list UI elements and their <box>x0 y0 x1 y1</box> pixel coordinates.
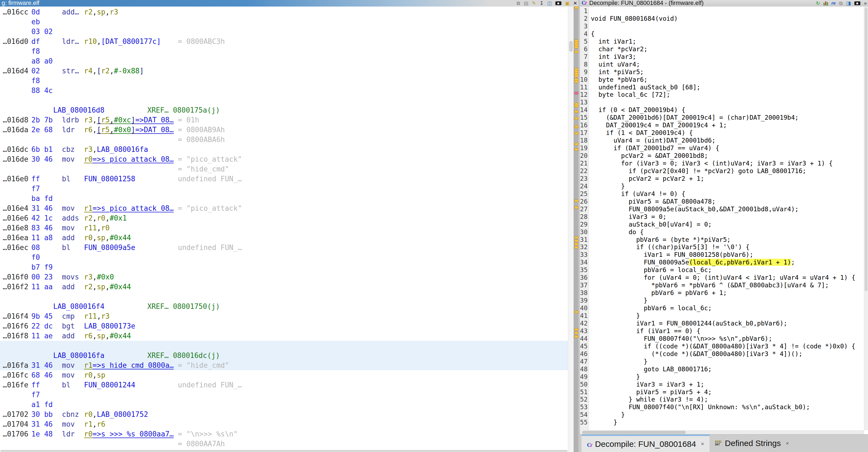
scrollbar-thumb[interactable] <box>865 8 867 291</box>
decompile-line[interactable]: 46 (*(code *)(&DAT_0800a480)[iVar3 * 4])… <box>580 350 864 358</box>
listing-subrow[interactable]: a1 fd <box>0 400 568 410</box>
listing-row[interactable]: …017061e 48ldrr0=>s_>>>_%s_0800aa7…= "\n… <box>0 429 568 439</box>
listing-row[interactable]: …0170431 46movr1,r6 <box>0 419 568 429</box>
decompile-line[interactable]: 31 pbVar6 = (byte *)*piVar5; <box>580 236 864 244</box>
decompile-line[interactable]: 53 FUN_08007f40("\n[RX] Unknown: %s\n",a… <box>580 403 864 411</box>
rename-icon[interactable]: re <box>832 1 836 6</box>
listing-row[interactable]: …016f622 dcbgtLAB_0800173e <box>0 321 568 331</box>
decompile-line[interactable]: 40 pbVar6 = local_6c; <box>580 304 864 312</box>
decompile-line[interactable]: 7 int iVar3; <box>580 53 864 61</box>
listing-subrow[interactable]: eb <box>0 17 568 27</box>
listing-label-row[interactable]: LAB_080016d8XREF… 0800175a(j) <box>0 105 568 115</box>
decompile-line[interactable]: 2void FUN_08001684(void) <box>580 15 864 22</box>
decompile-line[interactable]: 54 } <box>580 411 864 418</box>
listing-subrow[interactable]: = 0800ABA6h <box>0 135 568 144</box>
decompile-line[interactable]: 16 DAT_200019c4 = DAT_200019c4 + 1; <box>580 121 864 129</box>
change-marker[interactable] <box>575 246 578 249</box>
change-marker[interactable] <box>575 110 578 113</box>
decompile-line[interactable]: 28 iVar3 = 0; <box>580 213 864 221</box>
decompile-horizontal-scrollbar[interactable] <box>580 430 864 434</box>
decompile-line[interactable]: 15 (&DAT_20001bd6)[DAT_200019c4] = (char… <box>580 114 864 121</box>
decompile-line[interactable]: 3 <box>580 22 864 30</box>
scrollbar-thumb[interactable] <box>569 41 573 52</box>
listing-row[interactable]: …016fa31 46movr1=>s_hide_cmd_0800a…= "hi… <box>0 360 568 370</box>
listing-subrow[interactable]: = "hide_cmd" <box>0 164 568 174</box>
decompile-line[interactable]: 36 for (uVar4 = 0; (int)uVar4 < iVar1; u… <box>580 274 864 281</box>
decompile-line[interactable]: 14 if (0 < DAT_200019b4) { <box>580 106 864 114</box>
snapshot-camera-icon[interactable] <box>555 1 561 5</box>
decompile-line[interactable]: 38 pbVar6 = pbVar6 + 1; <box>580 289 864 297</box>
listing-row[interactable]: …016d0dfldr…r10,[DAT_0800177c]= 0800ABC3… <box>0 36 568 46</box>
overflow-chevron-icon[interactable]: » <box>864 1 867 6</box>
change-marker[interactable] <box>575 143 578 145</box>
change-marker[interactable] <box>575 243 578 245</box>
decompile-line[interactable]: 6 char *pcVar2; <box>580 45 864 53</box>
listing-subrow[interactable]: ba fd <box>0 194 568 203</box>
change-marker[interactable] <box>575 117 578 120</box>
decompile-line[interactable]: 33 iVar1 = FUN_08001258(pbVar6); <box>580 251 864 258</box>
listing-horizontal-scrollbar[interactable] <box>1 450 567 452</box>
decompile-line[interactable]: 30 do { <box>580 228 864 236</box>
change-marker[interactable] <box>575 75 578 77</box>
paste-icon[interactable]: ▤ <box>524 1 528 6</box>
listing-view[interactable]: …016cc0dadd…r2,sp,r3eb03 02…016d0dfldr…r… <box>0 6 568 452</box>
change-marker[interactable] <box>575 51 578 53</box>
decompile-line[interactable]: 37 *pbVar6 = *pbVar6 ^ (&DAT_0800abc3)[u… <box>580 281 864 289</box>
decompile-line[interactable]: 41 } <box>580 312 864 320</box>
listing-row[interactable]: …0170230 bbcbnzr0,LAB_08001752 <box>0 410 568 419</box>
listing-subrow[interactable]: f0 <box>0 253 568 262</box>
change-marker[interactable] <box>575 335 578 338</box>
listing-vertical-scrollbar[interactable] <box>568 6 574 452</box>
decompile-line[interactable]: 23 pcVar2 = pcVar2 + 1; <box>580 175 864 182</box>
decompile-line[interactable]: 50 iVar3 = iVar3 + 1; <box>580 381 864 388</box>
decompile-line[interactable]: 9 int *piVar5; <box>580 68 864 76</box>
decompile-line[interactable]: 18 uVar4 = (uint)DAT_20001bd6; <box>580 137 864 144</box>
listing-subrow[interactable]: a8 a0 <box>0 56 568 66</box>
tab-decompile[interactable]: Cf Decompile: FUN_08001684 × <box>582 434 710 452</box>
listing-row[interactable]: …016f211 aaaddr2,sp,#0x44 <box>0 282 568 292</box>
listing-label-row[interactable]: LAB_080016f4XREF… 08001750(j) <box>0 301 568 311</box>
decompile-line[interactable]: 35 pbVar6 = local_6c; <box>580 266 864 274</box>
change-marker[interactable] <box>575 132 578 135</box>
decompile-line[interactable]: 44 FUN_08007f40("\n>>> %s\n",pbVar6); <box>580 335 864 343</box>
listing-row[interactable]: …016cc0dadd…r2,sp,r3 <box>0 7 568 17</box>
decompile-line[interactable]: 13 <box>580 98 864 106</box>
change-marker[interactable] <box>575 239 578 242</box>
decompile-line[interactable]: 10 byte *pbVar6; <box>580 76 864 84</box>
decompile-line[interactable]: 27 FUN_08009a5e(auStack_b0,&DAT_20001bd8… <box>580 205 864 213</box>
listing-row[interactable]: …016feffblFUN_08001244undefined FUN_… <box>0 380 568 390</box>
decompile-line[interactable]: 11 undefined1 auStack_b0 [68]; <box>580 84 864 91</box>
listing-subrow[interactable] <box>0 95 568 105</box>
decompile-line[interactable]: 42 iVar1 = FUN_08001244(auStack_b0,pbVar… <box>580 320 864 327</box>
change-marker[interactable] <box>575 332 578 334</box>
change-marker[interactable] <box>575 311 578 313</box>
listing-row[interactable]: …016e642 1caddsr2,r0,#0x1 <box>0 213 568 223</box>
tab-defined-strings[interactable]: 0101DAT Defined Strings × <box>710 434 794 452</box>
listing-subrow[interactable]: = 0800AA7Ah <box>0 439 568 449</box>
snapshot-camera-icon[interactable] <box>855 1 860 5</box>
decompile-line[interactable]: 45 if ((code *)(&DAT_0800a480)[iVar3 * 4… <box>580 343 864 350</box>
listing-row[interactable]: …016de30 46movr0=>s_pico_attack_08…= "pi… <box>0 154 568 164</box>
decompile-vertical-scrollbar[interactable] <box>864 6 868 430</box>
decompile-line[interactable]: 20 pcVar2 = &DAT_20001bd8; <box>580 152 864 160</box>
decompile-code-area[interactable]: 12void FUN_08001684(void)34{5 int iVar1;… <box>580 6 864 430</box>
listing-subrow[interactable] <box>0 341 568 351</box>
listing-row[interactable]: …016da2e 68ldrr6,[r5,#0x0]=>DAT_08…= 080… <box>0 125 568 135</box>
change-marker[interactable] <box>575 125 578 128</box>
listing-subrow[interactable]: f7 <box>0 184 568 194</box>
decompile-line[interactable]: 49 } <box>580 373 864 381</box>
change-marker[interactable] <box>575 328 578 331</box>
listing-row[interactable]: …016ea11 a8addr0,sp,#0x44 <box>0 233 568 243</box>
change-marker[interactable] <box>575 46 578 49</box>
change-marker[interactable] <box>575 206 578 209</box>
listing-subrow[interactable]: 03 02 <box>0 27 568 36</box>
listing-subrow[interactable]: f7 <box>0 390 568 400</box>
decompile-line[interactable]: 52 } while (iVar3 != 4); <box>580 395 864 403</box>
error-marker[interactable] <box>575 92 578 94</box>
scrollbar-thumb[interactable] <box>582 431 686 434</box>
copy-icon[interactable]: ⧉ <box>517 1 520 6</box>
decompile-line[interactable]: 21 for (iVar3 = 0; iVar3 < (int)uVar4; i… <box>580 160 864 167</box>
change-marker[interactable] <box>575 236 578 239</box>
navigation-marker-margin[interactable] <box>574 6 579 452</box>
decompile-line[interactable]: 29 auStack_b0[uVar4] = 0; <box>580 221 864 228</box>
